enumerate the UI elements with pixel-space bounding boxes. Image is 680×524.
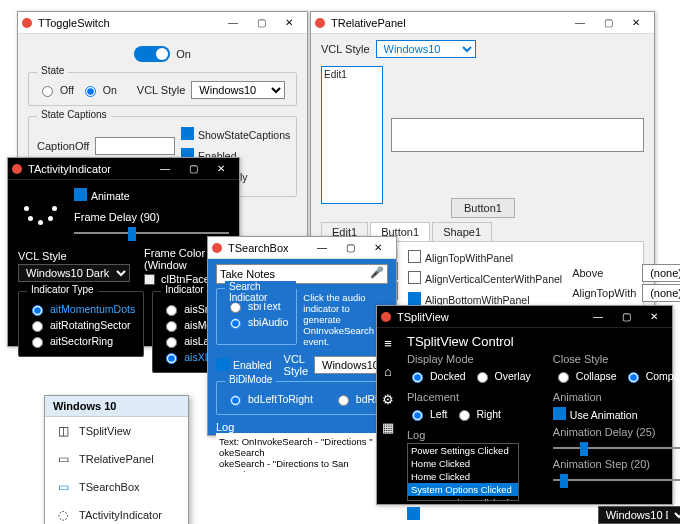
menu-item-relativepanel[interactable]: ▭TRelativePanel [45,445,188,473]
activity-icon: ◌ [55,507,71,523]
radio-on[interactable]: On [80,83,117,97]
radio-overlay[interactable]: Overlay [472,369,531,383]
vclstyle-select[interactable]: Windows10 [191,81,285,99]
maximize-button[interactable]: ▢ [247,12,275,34]
cb-alignvc[interactable]: AlignVerticalCenterWithPanel [408,271,562,286]
cb-enabled[interactable]: Enabled [216,358,272,373]
toggle-switch[interactable] [134,46,170,62]
cb-animate[interactable]: Animate [74,188,229,203]
maximize-button[interactable]: ▢ [336,237,364,259]
radio-momentumdots[interactable]: aitMomentumDots [27,302,135,316]
radio-left[interactable]: Left [407,407,448,421]
close-button[interactable]: ✕ [622,12,650,34]
titlebar[interactable]: TSearchBox — ▢ ✕ [208,237,396,259]
log-label: Log [216,421,234,433]
app-icon [381,312,391,322]
menu-item-splitview[interactable]: ◫TSplitView [45,417,188,445]
group-indicator-type: Indicator Type [27,284,98,295]
radio-ltr[interactable]: bdLeftToRight [225,392,313,406]
audio-icon[interactable]: 🎤 [370,266,384,279]
cb-aligntop[interactable]: AlignTopWithPanel [408,250,562,265]
close-button[interactable]: ✕ [364,237,392,259]
log-item: Home Clicked [408,470,518,483]
shape-box [391,118,644,152]
splitview-icon: ◫ [55,423,71,439]
titlebar[interactable]: TToggleSwitch — ▢ ✕ [18,12,307,34]
vclstyle-select[interactable]: Windows10 Dark [18,264,130,282]
log-box[interactable]: Text: OnInvokeSearch - "Directions " oke… [216,433,388,473]
app-icon [12,164,22,174]
log-item: Power Settings Clicked [408,444,518,457]
vclstyle-label: VCL Style [18,250,130,262]
log-line: Text: OnInvokeSearch - "Directions " [219,436,385,447]
maximize-button[interactable]: ▢ [179,158,207,180]
select-aligntopwith[interactable]: (none) [642,284,680,302]
cb-showstatecaptions[interactable]: ShowStateCaptions [181,127,290,142]
menu-item-searchbox[interactable]: ▭TSearchBox [45,473,188,501]
input-caption-off[interactable] [95,137,175,155]
radio-docked[interactable]: Docked [407,369,466,383]
vclstyle-select[interactable]: Windows10 [376,40,476,58]
label-displaymode: Display Mode [407,353,531,365]
log-list[interactable]: Power Settings Clicked Home Clicked Home… [407,443,519,501]
calendar-icon[interactable]: ▦ [377,416,399,438]
hamburger-icon[interactable]: ≡ [377,332,399,354]
minimize-button[interactable]: — [308,237,336,259]
maximize-button[interactable]: ▢ [612,306,640,328]
group-state: State [37,65,68,76]
label-animation: Animation [553,391,680,403]
radio-sbiaudio[interactable]: sbiAudio [225,315,288,329]
menu-item-activityindicator[interactable]: ◌TActivityIndicator [45,501,188,524]
vclstyle-select[interactable]: Windows10 Dark [598,506,680,524]
log-line: okeSearch - "Directions to San Francisco… [219,458,385,473]
maximize-button[interactable]: ▢ [594,12,622,34]
radio-collapse[interactable]: Collapse [553,369,617,383]
titlebar[interactable]: TRelativePanel — ▢ ✕ [311,12,654,34]
minimize-button[interactable]: — [584,306,612,328]
select-above[interactable]: (none) [642,264,680,282]
vclstyle-label: VCL Style [284,353,308,377]
color-swatch [144,274,155,285]
toggle-label: On [176,48,191,60]
titlebar[interactable]: TSplitView — ▢ ✕ [377,306,672,328]
home-icon[interactable]: ⌂ [377,360,399,382]
radio-off[interactable]: Off [37,83,74,97]
close-button[interactable]: ✕ [275,12,303,34]
titlebar[interactable]: TActivityIndicator — ▢ ✕ [8,158,239,180]
frame-delay-label: Frame Delay (90) [74,211,229,223]
label-aligntopwith: AlignTopWith [572,287,636,299]
close-button[interactable]: ✕ [207,158,235,180]
minimize-button[interactable]: — [151,158,179,180]
button1[interactable]: Button1 [451,198,515,218]
cb-closeonmenu[interactable]: Close on Menu Click [407,507,520,522]
animdelay-slider[interactable] [553,440,680,456]
relativepanel-icon: ▭ [55,451,71,467]
gear-icon[interactable]: ⚙ [377,388,399,410]
radio-sectorring[interactable]: aitSectorRing [27,334,135,348]
edit1-box[interactable]: Edit1 [321,66,383,204]
minimize-button[interactable]: — [219,12,247,34]
tab-shape1[interactable]: Shape1 [432,222,492,241]
app-icon [212,243,222,253]
vclstyle-label: VCL Style [543,509,592,521]
window-activityindicator: TActivityIndicator — ▢ ✕ Animate Frame D… [7,157,240,347]
activity-indicator-icon [18,186,58,226]
log-item: Home Clicked [408,457,518,470]
radio-rotatingsector[interactable]: aitRotatingSector [27,318,135,332]
app-icon [22,18,32,28]
close-button[interactable]: ✕ [640,306,668,328]
radio-right[interactable]: Right [454,407,502,421]
searchbox-icon: ▭ [55,479,71,495]
radio-compact[interactable]: Compact [623,369,680,383]
frame-delay-slider[interactable] [74,225,229,241]
window-title: TSplitView [397,311,584,323]
log-line: okeSearch [219,447,385,458]
cb-useanimation[interactable]: Use Animation [553,407,680,422]
minimize-button[interactable]: — [566,12,594,34]
app-icon [315,18,325,28]
popup-menu: Windows 10 ◫TSplitView ▭TRelativePanel ▭… [44,395,189,524]
log-item: System Options Clicked [408,483,518,496]
animstep-slider[interactable] [553,472,680,488]
window-title: TToggleSwitch [38,17,219,29]
label-placement: Placement [407,391,531,403]
